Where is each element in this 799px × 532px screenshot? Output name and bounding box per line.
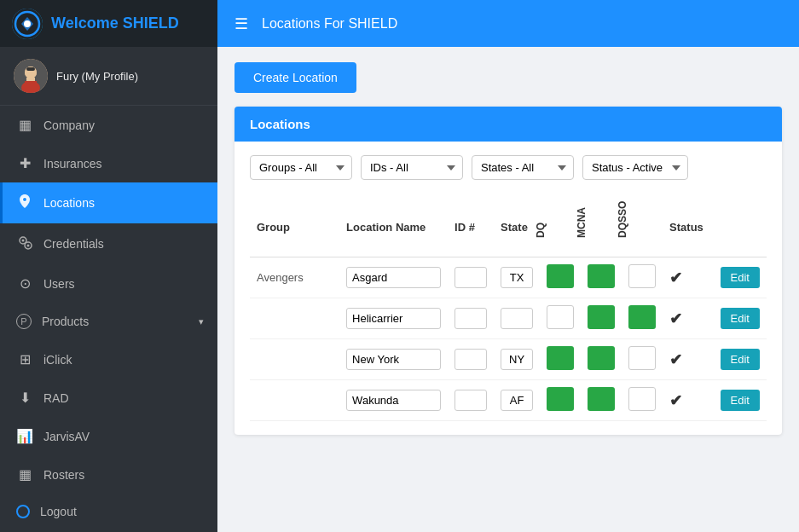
sidebar-item-label: Credentials — [43, 237, 204, 251]
col-dqsso: DQSSO — [622, 197, 663, 257]
sidebar-item-users[interactable]: ⊙ Users — [0, 264, 217, 303]
logout-icon — [16, 505, 30, 518]
state-input[interactable] — [501, 308, 533, 329]
action-cell: Edit — [714, 298, 767, 339]
col-status: Status — [663, 197, 713, 257]
status-cell: ✔ — [663, 298, 713, 339]
location-name-input[interactable] — [346, 267, 441, 288]
sidebar-item-iclick[interactable]: ⊞ iClick — [0, 340, 217, 379]
products-icon: P — [16, 314, 32, 329]
action-cell: Edit — [714, 257, 767, 298]
rad-icon: ⬇ — [16, 390, 33, 406]
sidebar-item-logout[interactable]: Logout — [0, 494, 217, 529]
sidebar-item-insurances[interactable]: ✚ Insurances — [0, 144, 217, 182]
location-name-input[interactable] — [346, 308, 441, 329]
sidebar-item-credentials[interactable]: Credentials — [0, 223, 217, 264]
locations-table: Group Location Name ID # State DQ MCNA D… — [250, 197, 767, 421]
users-icon: ⊙ — [16, 275, 33, 292]
col-id: ID # — [448, 197, 494, 257]
svg-rect-9 — [26, 67, 35, 71]
app-logo — [12, 9, 43, 39]
status-cell: ✔ — [663, 257, 713, 298]
mcna-cell — [581, 339, 622, 380]
dqsso-indicator — [628, 387, 656, 411]
sidebar-item-label: RAD — [43, 391, 204, 405]
page-content: Create Location Locations Groups - All I… — [217, 47, 799, 532]
id-cell — [448, 298, 494, 339]
status-check: ✔ — [669, 310, 682, 327]
sidebar-nav: ▦ Company ✚ Insurances Locations Credent… — [0, 106, 217, 532]
edit-button[interactable]: Edit — [721, 390, 760, 411]
group-cell — [250, 298, 339, 339]
table-row: ✔ Edit — [250, 380, 767, 421]
credentials-icon — [16, 234, 33, 253]
sidebar-item-company[interactable]: ▦ Company — [0, 106, 217, 144]
location-name-cell — [339, 298, 448, 339]
svg-rect-7 — [25, 81, 37, 88]
svg-point-13 — [22, 240, 25, 242]
id-cell — [448, 257, 494, 298]
sidebar-item-locations[interactable]: Locations — [0, 182, 217, 223]
location-name-cell — [339, 339, 448, 380]
dqsso-cell — [622, 257, 663, 298]
insurances-icon: ✚ — [16, 155, 33, 171]
action-cell: Edit — [714, 380, 767, 421]
location-name-input[interactable] — [346, 390, 441, 411]
app-title: Welcome SHIELD — [51, 14, 179, 32]
svg-point-2 — [24, 20, 31, 27]
id-input[interactable] — [455, 390, 487, 411]
sidebar-item-rad[interactable]: ⬇ RAD — [0, 379, 217, 417]
sidebar-item-rosters[interactable]: ▦ Rosters — [0, 455, 217, 494]
dq-cell — [540, 298, 581, 339]
groups-filter[interactable]: Groups - All — [250, 155, 352, 180]
state-input[interactable] — [501, 349, 533, 370]
user-profile[interactable]: Fury (My Profile) — [0, 47, 217, 106]
sidebar-item-label: Company — [43, 119, 204, 132]
col-location-name: Location Name — [339, 197, 448, 257]
dqsso-indicator — [628, 346, 656, 370]
status-check: ✔ — [669, 392, 682, 409]
rosters-icon: ▦ — [16, 466, 33, 483]
status-filter[interactable]: Status - Active — [582, 155, 688, 180]
edit-button[interactable]: Edit — [721, 267, 760, 288]
edit-button[interactable]: Edit — [721, 349, 760, 370]
sidebar: Welcome SHIELD Fury (My Profile) ▦ Compa… — [0, 0, 217, 532]
mcna-indicator — [588, 346, 615, 370]
group-cell — [250, 380, 339, 421]
col-action — [714, 197, 767, 257]
filters-row: Groups - All IDs - All States - All Stat… — [250, 155, 767, 180]
mcna-indicator — [588, 387, 615, 411]
company-icon: ▦ — [16, 117, 33, 133]
sidebar-header: Welcome SHIELD — [0, 0, 217, 47]
sidebar-item-products[interactable]: P Products ▾ — [0, 303, 217, 340]
sidebar-item-jarvisav[interactable]: 📊 JarvisAV — [0, 417, 217, 455]
dq-indicator — [547, 346, 574, 370]
ids-filter[interactable]: IDs - All — [361, 155, 463, 180]
mcna-cell — [581, 298, 622, 339]
main-content: ☰ Locations For SHIELD Create Location L… — [217, 0, 799, 532]
col-group: Group — [250, 197, 339, 257]
state-input[interactable] — [501, 390, 533, 411]
id-input[interactable] — [455, 349, 487, 370]
id-input[interactable] — [455, 308, 487, 329]
topbar-title: Locations For SHIELD — [262, 16, 397, 32]
sidebar-item-label: JarvisAV — [43, 430, 204, 443]
card-header: Locations — [234, 107, 782, 142]
chevron-down-icon: ▾ — [199, 316, 204, 327]
edit-button[interactable]: Edit — [721, 308, 760, 329]
dqsso-cell — [622, 339, 663, 380]
create-location-button[interactable]: Create Location — [234, 62, 356, 93]
state-cell — [494, 298, 540, 339]
mcna-cell — [581, 380, 622, 421]
group-cell — [250, 339, 339, 380]
dqsso-indicator — [628, 305, 656, 329]
location-name-input[interactable] — [346, 349, 441, 370]
states-filter[interactable]: States - All — [472, 155, 574, 180]
table-row: ✔ Edit — [250, 298, 767, 339]
status-cell: ✔ — [663, 339, 713, 380]
id-input[interactable] — [455, 267, 487, 288]
menu-icon[interactable]: ☰ — [234, 14, 248, 33]
state-input[interactable] — [501, 267, 533, 288]
id-cell — [448, 339, 494, 380]
dq-indicator — [547, 264, 574, 288]
